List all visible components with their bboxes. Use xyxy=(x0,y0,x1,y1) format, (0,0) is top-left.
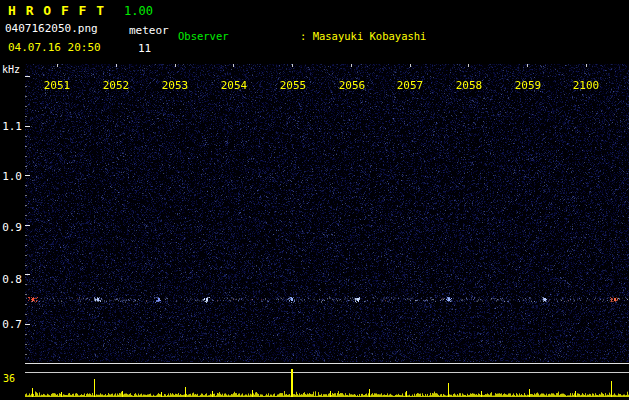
time-label-2058: 2058 xyxy=(452,79,486,92)
freq-label-0-9: 0.9 xyxy=(0,221,22,234)
time-label-2054: 2054 xyxy=(217,79,251,92)
freq-label-0-7: 0.7 xyxy=(0,318,22,331)
time-label-2100: 2100 xyxy=(569,79,603,92)
file-name: 0407162050.png xyxy=(5,22,98,35)
app-version: 1.00 xyxy=(124,4,153,18)
freq-label-1-0: 1.0 xyxy=(0,170,22,183)
level-canvas xyxy=(25,363,629,400)
app-title: H R O F F T xyxy=(8,3,105,18)
time-label-2055: 2055 xyxy=(276,79,310,92)
time-label-2053: 2053 xyxy=(158,79,192,92)
noise-floor-label: 36 xyxy=(3,373,15,384)
echo-count: 11 xyxy=(138,42,151,55)
freq-label-1-1: 1.1 xyxy=(0,120,22,133)
freq-unit-label: kHz xyxy=(2,64,20,75)
spectrogram-canvas xyxy=(25,64,629,362)
time-label-2052: 2052 xyxy=(99,79,133,92)
field-label: Observer xyxy=(178,30,300,43)
freq-label-0-8: 0.8 xyxy=(0,273,22,286)
time-label-2051: 2051 xyxy=(40,79,74,92)
datetime-label: 04.07.16 20:50 xyxy=(8,41,101,54)
time-label-2057: 2057 xyxy=(393,79,427,92)
hrofft-screen: H R O F F T 1.00 0407162050.png meteor 0… xyxy=(0,0,629,400)
header-field-observer: Observer : Masayuki Kobayashi xyxy=(178,30,610,43)
time-label-2059: 2059 xyxy=(511,79,545,92)
time-label-2056: 2056 xyxy=(335,79,369,92)
mode-label: meteor xyxy=(129,24,169,37)
field-value: : Masayuki Kobayashi xyxy=(300,30,426,43)
